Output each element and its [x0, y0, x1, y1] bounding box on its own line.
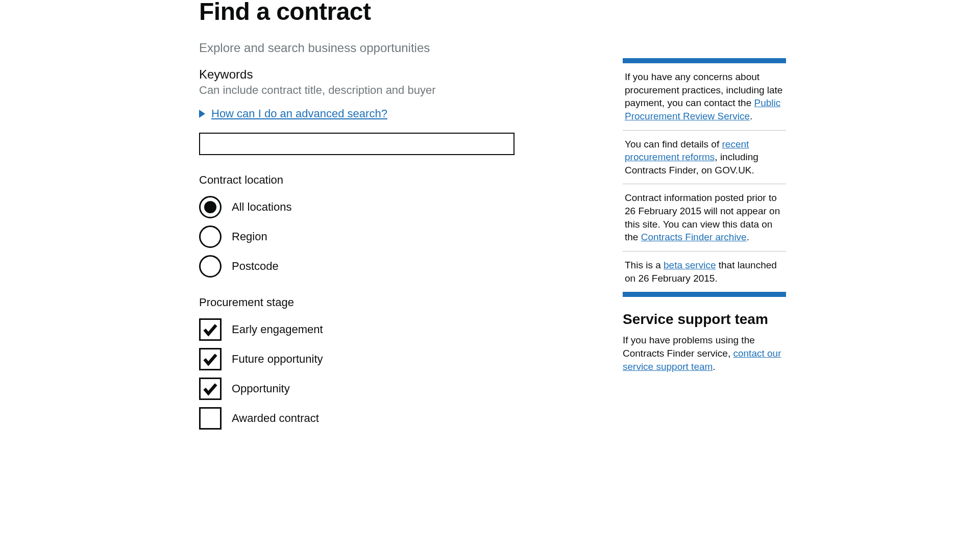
advanced-search-link-text: How can I do an advanced search? — [211, 107, 387, 120]
sidebar-para-review-service: If you have any concerns about procureme… — [623, 70, 786, 131]
checkbox-icon — [199, 318, 222, 341]
page-lede: Explore and search business opportunitie… — [199, 41, 531, 55]
main-column: Find a contract Explore and search busin… — [133, 0, 531, 448]
keywords-input[interactable] — [199, 133, 514, 155]
keywords-label: Keywords — [199, 67, 531, 82]
radio-all-locations[interactable]: All locations — [199, 196, 531, 218]
keywords-hint: Can include contract title, description … — [199, 84, 531, 97]
checkbox-opportunity[interactable]: Opportunity — [199, 378, 531, 400]
sidebar-column: If you have any concerns about procureme… — [623, 0, 786, 448]
sidebar-text: This is a — [625, 260, 664, 270]
checkbox-future-opportunity[interactable]: Future opportunity — [199, 348, 531, 370]
sidebar-para-archive: Contract information posted prior to 26 … — [623, 191, 786, 252]
checkbox-awarded-contract[interactable]: Awarded contract — [199, 407, 531, 430]
sidebar-text: . — [750, 111, 752, 121]
radio-label: Postcode — [232, 260, 279, 273]
disclosure-triangle-icon — [199, 110, 205, 118]
radio-icon — [199, 196, 222, 218]
radio-label: All locations — [232, 201, 291, 214]
checkbox-label: Early engagement — [232, 323, 323, 336]
radio-postcode[interactable]: Postcode — [199, 255, 531, 278]
radio-label: Region — [232, 230, 267, 243]
stage-legend: Procurement stage — [199, 296, 531, 309]
support-para: If you have problems using the Contracts… — [623, 334, 786, 373]
support-heading: Service support team — [623, 311, 786, 328]
sidebar-para-reforms: You can find details of recent procureme… — [623, 138, 786, 185]
radio-icon — [199, 255, 222, 278]
checkbox-label: Opportunity — [232, 382, 290, 395]
support-text: . — [713, 361, 715, 372]
checkbox-early-engagement[interactable]: Early engagement — [199, 318, 531, 341]
sidebar-para-beta: This is a beta service that launched on … — [623, 259, 786, 288]
radio-icon — [199, 226, 222, 248]
radio-region[interactable]: Region — [199, 226, 531, 248]
advanced-search-toggle[interactable]: How can I do an advanced search? — [199, 107, 531, 120]
checkbox-label: Future opportunity — [232, 353, 323, 366]
checkbox-icon — [199, 378, 222, 400]
beta-service-link[interactable]: beta service — [664, 260, 716, 270]
contracts-finder-archive-link[interactable]: Contracts Finder archive — [641, 232, 747, 242]
sidebar-text: You can find details of — [625, 139, 722, 149]
sidebar-text: . — [747, 232, 749, 242]
location-fieldset: Contract location All locations Region P… — [199, 173, 531, 278]
checkbox-icon — [199, 348, 222, 370]
sidebar-info-box: If you have any concerns about procureme… — [623, 58, 786, 297]
checkbox-icon — [199, 407, 222, 430]
stage-fieldset: Procurement stage Early engagement Futur… — [199, 296, 531, 430]
checkbox-label: Awarded contract — [232, 412, 319, 425]
location-legend: Contract location — [199, 173, 531, 187]
page-title: Find a contract — [199, 0, 531, 26]
